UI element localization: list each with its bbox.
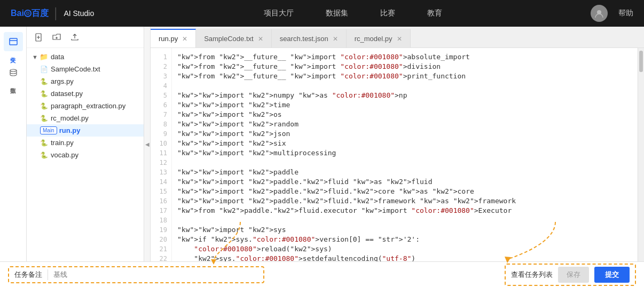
- sidebar-datasets-button[interactable]: [4, 63, 23, 82]
- file-icon: 📄: [40, 66, 48, 73]
- file-panel: ▼ 📁 data 📄 SampleCode.txt 🐍 args.py 🐍 da…: [27, 27, 144, 261]
- avatar[interactable]: [591, 5, 608, 22]
- file-item-args[interactable]: 🐍 args.py: [27, 75, 144, 87]
- baseline-input[interactable]: [53, 270, 258, 278]
- new-file-button[interactable]: [32, 31, 45, 44]
- tab-label: run.py: [159, 35, 178, 43]
- header-right: 帮助: [591, 5, 633, 22]
- file-name: rc_model.py: [51, 114, 89, 122]
- svg-rect-1: [10, 38, 17, 45]
- tab-label: search.test.json: [280, 35, 328, 43]
- bottom-bar: 任务备注 查看任务列表 保存 提交: [0, 261, 644, 287]
- save-button[interactable]: 保存: [558, 267, 589, 283]
- studio-label: AI Studio: [64, 9, 94, 18]
- help-link[interactable]: 帮助: [618, 9, 633, 18]
- nav-item-competition[interactable]: 比赛: [380, 9, 395, 18]
- submit-button[interactable]: 提交: [594, 267, 630, 283]
- logo: Bai⊙百度 │ AI Studio: [11, 7, 94, 20]
- tab-samplecode[interactable]: SampleCode.txt ✕: [196, 29, 272, 47]
- file-icon: 🐍: [40, 152, 48, 159]
- file-tree: ▼ 📁 data 📄 SampleCode.txt 🐍 args.py 🐍 da…: [27, 48, 144, 261]
- editor-tabs: run.py ✕ SampleCode.txt ✕ search.test.js…: [151, 27, 644, 48]
- tab-label: SampleCode.txt: [204, 35, 254, 43]
- file-icon: 🐍: [40, 139, 48, 147]
- folder-label: data: [51, 53, 64, 61]
- tab-close-icon[interactable]: ✕: [182, 35, 187, 43]
- scrollbar-vertical[interactable]: [638, 48, 644, 261]
- file-name: train.py: [51, 139, 74, 147]
- view-tasks-button[interactable]: 查看任务列表: [511, 270, 553, 280]
- main-nav: 项目大厅 数据集 比赛 教育: [115, 9, 591, 18]
- file-icon: 🐍: [40, 115, 48, 122]
- editor-area: run.py ✕ SampleCode.txt ✕ search.test.js…: [151, 27, 644, 261]
- sidebar-icons: 文件夹 数据集: [0, 27, 27, 261]
- task-separator: [48, 269, 48, 280]
- header: Bai⊙百度 │ AI Studio 项目大厅 数据集 比赛 教育 帮助: [0, 0, 644, 27]
- sidebar-section-files: 文件夹: [4, 32, 23, 52]
- folder-data[interactable]: ▼ 📁 data: [27, 51, 144, 63]
- new-folder-button[interactable]: [50, 31, 63, 44]
- tab-run-py[interactable]: run.py ✕: [151, 29, 196, 47]
- file-item-train[interactable]: 🐍 train.py: [27, 137, 144, 149]
- upload-button[interactable]: [68, 31, 81, 44]
- nav-item-datasets[interactable]: 数据集: [326, 9, 348, 18]
- code-content[interactable]: "kw">from "kw2">__future__ "kw">import "…: [172, 48, 638, 261]
- sidebar-section-datasets: 数据集: [4, 63, 23, 83]
- right-actions: 查看任务列表 保存 提交: [505, 264, 636, 286]
- file-name: vocab.py: [51, 151, 78, 159]
- file-icon: 🐍: [40, 102, 48, 110]
- logo-separator: │: [53, 7, 60, 20]
- file-item-samplecode[interactable]: 📄 SampleCode.txt: [27, 63, 144, 75]
- sidebar-files-button[interactable]: [4, 32, 23, 51]
- main-badge: Main: [40, 126, 57, 134]
- file-icon: 🐍: [40, 78, 48, 85]
- file-item-run[interactable]: Main run.py: [27, 124, 144, 137]
- file-item-vocab[interactable]: 🐍 vocab.py: [27, 149, 144, 161]
- file-name: paragraph_extraction.py: [51, 102, 125, 110]
- file-name: dataset.py: [51, 90, 83, 98]
- file-name: SampleCode.txt: [51, 65, 100, 73]
- task-note-area: 任务备注: [8, 266, 264, 283]
- baidu-logo-icon: Bai⊙百度: [11, 8, 49, 19]
- main-container: 文件夹 数据集: [0, 27, 644, 261]
- file-panel-toolbar: [27, 27, 144, 48]
- tab-rc-model[interactable]: rc_model.py ✕: [347, 29, 411, 47]
- file-item-paragraph[interactable]: 🐍 paragraph_extraction.py: [27, 100, 144, 112]
- tab-close-icon[interactable]: ✕: [397, 35, 402, 43]
- tab-close-icon[interactable]: ✕: [333, 35, 338, 43]
- file-item-rcmodel[interactable]: 🐍 rc_model.py: [27, 112, 144, 124]
- file-name: args.py: [51, 77, 74, 85]
- tab-search-test[interactable]: search.test.json ✕: [272, 29, 347, 47]
- task-note-label: 任务备注: [14, 270, 42, 280]
- file-name-active: run.py: [59, 126, 81, 134]
- file-item-dataset[interactable]: 🐍 dataset.py: [27, 87, 144, 100]
- folder-caret-icon: ▼: [32, 54, 38, 60]
- panel-collapse-handle[interactable]: ◀: [144, 27, 151, 261]
- line-numbers: 123456789101112131415161718192021222324: [151, 48, 172, 261]
- nav-item-projects[interactable]: 项目大厅: [264, 9, 294, 18]
- file-icon: 🐍: [40, 90, 48, 98]
- folder-icon: 📁: [40, 53, 48, 61]
- nav-item-education[interactable]: 教育: [427, 9, 442, 18]
- svg-point-3: [10, 69, 17, 71]
- tab-label: rc_model.py: [355, 35, 392, 43]
- code-editor: 123456789101112131415161718192021222324 …: [151, 48, 644, 261]
- tab-close-icon[interactable]: ✕: [258, 35, 263, 43]
